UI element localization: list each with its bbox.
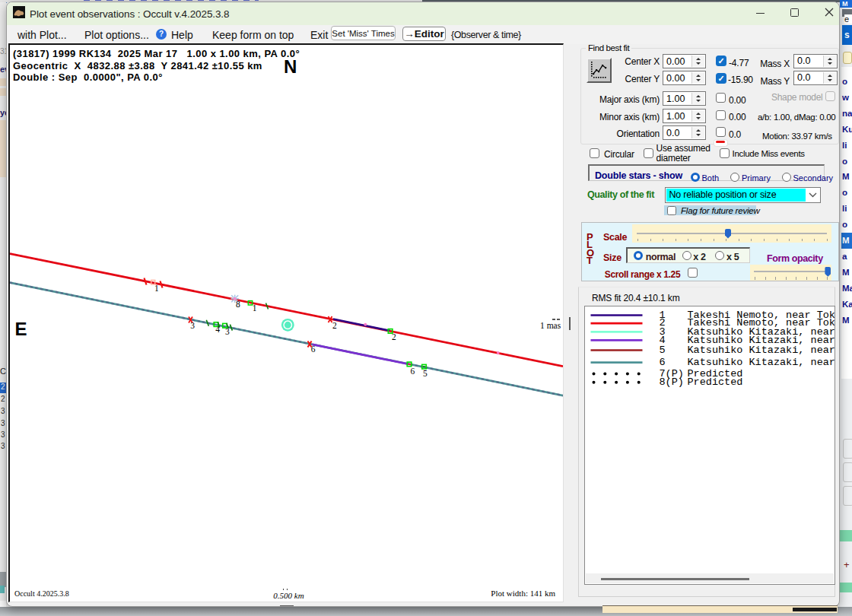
- svg-text:6: 6: [311, 345, 316, 354]
- svg-text:2: 2: [392, 332, 396, 341]
- svg-text:8: 8: [236, 300, 240, 309]
- svg-text:Predicted: Predicted: [687, 376, 742, 387]
- svg-text:1: 1: [253, 303, 257, 313]
- svg-text:5: 5: [423, 369, 428, 378]
- svg-text:Katsuhiko Kitazaki, near: Katsuhiko Kitazaki, near: [687, 356, 835, 367]
- svg-text:8(P): 8(P): [659, 376, 683, 387]
- svg-text:3: 3: [190, 321, 195, 330]
- svg-text:4: 4: [215, 325, 220, 334]
- svg-text:6: 6: [659, 356, 665, 367]
- svg-text:1: 1: [154, 284, 159, 293]
- svg-text:6: 6: [411, 367, 415, 376]
- svg-text:5: 5: [659, 344, 665, 355]
- svg-text:Katsuhiko Kitazaki, near: Katsuhiko Kitazaki, near: [687, 344, 835, 355]
- svg-text:2: 2: [332, 321, 337, 330]
- svg-text:3: 3: [225, 327, 230, 336]
